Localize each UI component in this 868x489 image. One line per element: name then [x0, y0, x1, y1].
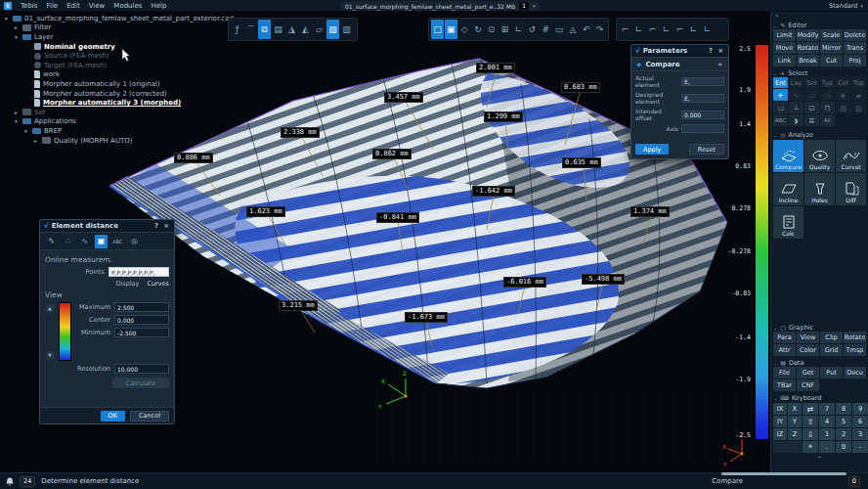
- editor-section-header[interactable]: ⌄ ✎ Editor: [773, 21, 866, 29]
- select-filter-tab[interactable]: Ent: [773, 77, 788, 88]
- tree-chevron-icon[interactable]: ▾: [5, 16, 13, 22]
- fit-view-icon[interactable]: ⊞: [499, 20, 511, 39]
- data-button[interactable]: CNF: [797, 379, 819, 391]
- frame-icon[interactable]: ▭: [553, 20, 566, 39]
- tree-chevron-icon[interactable]: ▾: [15, 118, 22, 124]
- graphic-button[interactable]: Grid: [820, 344, 843, 356]
- tree-item[interactable]: ▾ BREP: [5, 126, 234, 136]
- points-tool-icon[interactable]: ∴: [62, 235, 74, 248]
- chevron-down-icon[interactable]: ▾: [533, 3, 536, 9]
- parameter-input[interactable]: E,: [681, 77, 724, 86]
- select-point-icon[interactable]: ⊡: [804, 102, 819, 113]
- parameter-input[interactable]: E,: [681, 94, 724, 103]
- cancel-button[interactable]: Cancel: [130, 411, 169, 422]
- menu-item[interactable]: Help: [151, 2, 166, 10]
- csys-top-icon[interactable]: ⌐: [619, 20, 631, 39]
- tree-item[interactable]: Target (FEA-mesh): [5, 61, 234, 70]
- analyze-quality-button[interactable]: Quality: [804, 140, 835, 172]
- scale-up-button[interactable]: ▲: [46, 304, 55, 312]
- select-sheet-icon[interactable]: ▰: [851, 89, 866, 101]
- select-curve-icon[interactable]: ∿: [789, 89, 803, 101]
- tree-item[interactable]: Source (FEA-mesh): [5, 51, 234, 61]
- points-input[interactable]: P,P,P,P,P,P,P,P,: [108, 267, 169, 277]
- graphic-button[interactable]: View: [797, 332, 819, 343]
- select-filter-tab[interactable]: Typ: [820, 77, 835, 88]
- data-section-header[interactable]: ⌄ ▤ Data: [773, 358, 866, 367]
- select-axis-icon[interactable]: ⟂: [789, 102, 803, 113]
- editor-button[interactable]: Move: [773, 42, 796, 54]
- spline-icon[interactable]: ⌒: [244, 20, 257, 39]
- keypad-key[interactable]: 9: [852, 403, 868, 415]
- data-button[interactable]: File: [773, 367, 796, 378]
- flat-sheet-icon[interactable]: ▱: [313, 20, 326, 39]
- keypad-key[interactable]: Z: [788, 428, 802, 440]
- keypad-key[interactable]: ⇩: [803, 428, 818, 440]
- data-button[interactable]: Put: [820, 367, 843, 378]
- compare-section-header[interactable]: ◈ Compare »: [631, 58, 728, 71]
- keyboard-section-header[interactable]: ⌄ ⌨ Keyboard: [773, 393, 866, 402]
- graphic-button[interactable]: Clip: [820, 332, 843, 343]
- select-balloon-icon[interactable]: ◗: [789, 114, 803, 126]
- center-input[interactable]: 0.000: [114, 315, 169, 325]
- function-curve-icon[interactable]: ƒ: [231, 20, 243, 39]
- data-button[interactable]: TBar: [773, 379, 796, 391]
- menu-item[interactable]: Tebis: [21, 2, 37, 10]
- editor-button[interactable]: Mirror: [820, 42, 843, 54]
- surface-pair-icon[interactable]: ⧉: [258, 20, 271, 39]
- editor-button[interactable]: Limit: [773, 29, 796, 41]
- calculate-button[interactable]: Calculate: [112, 378, 169, 388]
- analyze-curvature-button[interactable]: Curvat: [836, 140, 866, 172]
- select-surface-icon[interactable]: ▱: [804, 89, 819, 101]
- document-tab[interactable]: 01_surface_morphing_femlaw_sheet_metal_p…: [340, 1, 540, 11]
- tree-item[interactable]: Nominal geometry: [5, 42, 234, 52]
- csys-side-icon[interactable]: ⌐: [646, 20, 659, 39]
- select-layers-icon[interactable]: ≣: [804, 114, 819, 126]
- csys-user1-icon[interactable]: ⌐: [673, 20, 686, 39]
- keypad-key[interactable]: X: [788, 403, 802, 415]
- graphic-button[interactable]: Rotate: [844, 332, 866, 343]
- ok-button[interactable]: OK: [101, 411, 125, 422]
- graphic-button[interactable]: Para: [773, 332, 796, 343]
- tree-chevron-icon[interactable]: ▸: [34, 138, 42, 144]
- select-filter-tab[interactable]: Top: [851, 77, 866, 88]
- select-mesh-icon[interactable]: ◈: [836, 89, 850, 101]
- corner-counter-badge[interactable]: 0: [848, 476, 860, 487]
- csys-iso-icon[interactable]: ∟: [660, 20, 673, 39]
- redo-view-icon[interactable]: ↷: [593, 20, 606, 39]
- tree-chevron-icon[interactable]: ▸: [15, 24, 22, 30]
- keypad-key[interactable]: Y: [788, 416, 802, 427]
- keypad-key[interactable]: 1: [819, 428, 835, 440]
- keypad-key[interactable]: 6: [852, 416, 868, 427]
- select-solid-icon[interactable]: ◇: [820, 89, 835, 101]
- curve-tool-icon[interactable]: ∿: [78, 235, 91, 248]
- menu-item[interactable]: Modules: [113, 2, 142, 10]
- tree-chevron-icon[interactable]: ▸: [15, 110, 22, 115]
- dialog-titlebar[interactable]: √ Parameters ? ×: [631, 45, 728, 58]
- resolution-input[interactable]: 10.000: [114, 364, 169, 374]
- menu-item[interactable]: File: [46, 2, 58, 10]
- tree-chevron-icon[interactable]: ▾: [24, 128, 32, 134]
- graphic-button[interactable]: Color: [797, 344, 819, 356]
- profile-selector[interactable]: Standard ▾: [829, 2, 863, 10]
- editor-button[interactable]: Break: [797, 55, 819, 67]
- keypad-key[interactable]: 7: [819, 403, 835, 415]
- close-icon[interactable]: ×: [162, 222, 170, 230]
- mesh-pick-icon[interactable]: ◭: [299, 20, 312, 39]
- keypad-key[interactable]: ⇄: [803, 403, 818, 415]
- keypad-key[interactable]: 4: [819, 416, 835, 427]
- editor-button[interactable]: Rotate: [797, 42, 819, 54]
- editor-button[interactable]: Cut: [820, 55, 843, 67]
- wireframe-cube-icon[interactable]: □: [431, 20, 444, 39]
- parameter-input[interactable]: 0.000: [681, 111, 724, 119]
- help-button[interactable]: ?: [708, 47, 714, 55]
- bell-icon[interactable]: [6, 477, 14, 486]
- tree-chevron-icon[interactable]: ▾: [15, 34, 22, 40]
- analyze-calc-button[interactable]: Calc: [773, 206, 803, 239]
- analyze-diff-button[interactable]: Diff: [836, 173, 866, 205]
- editor-button[interactable]: Trans: [844, 42, 866, 54]
- keypad-key[interactable]: IY: [773, 416, 787, 427]
- keypad-key[interactable]: IX: [773, 403, 787, 415]
- analyze-incline-button[interactable]: Incline: [773, 173, 803, 205]
- select-add-icon[interactable]: +: [773, 89, 788, 101]
- keypad-key[interactable]: 2: [836, 428, 851, 440]
